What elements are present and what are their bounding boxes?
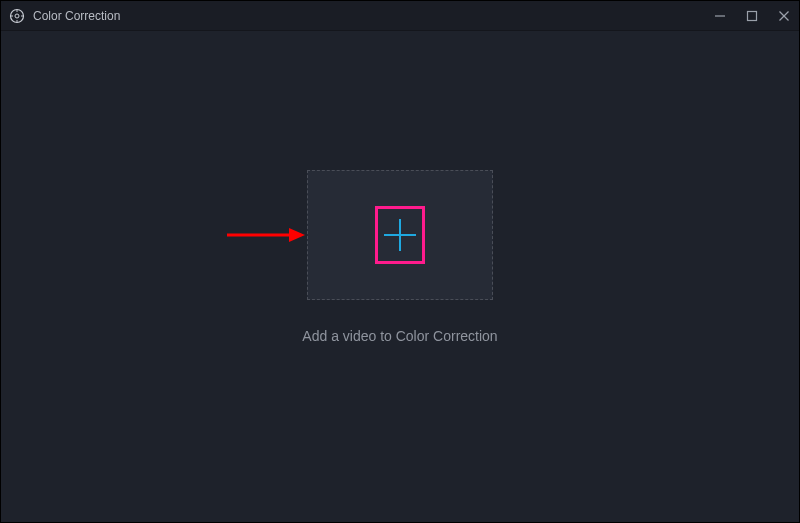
- arrow-annotation-icon: [225, 225, 305, 245]
- plus-icon: [380, 215, 420, 255]
- dropzone-caption: Add a video to Color Correction: [302, 328, 497, 344]
- window-controls: [713, 9, 791, 23]
- main-content: Add a video to Color Correction: [1, 31, 799, 522]
- maximize-button[interactable]: [745, 9, 759, 23]
- svg-point-1: [15, 14, 19, 18]
- svg-marker-7: [289, 228, 305, 242]
- close-button[interactable]: [777, 9, 791, 23]
- titlebar: Color Correction: [1, 1, 799, 31]
- svg-rect-3: [748, 11, 757, 20]
- app-icon: [9, 8, 25, 24]
- dropzone-wrapper: [307, 170, 493, 300]
- add-video-dropzone[interactable]: [307, 170, 493, 300]
- minimize-button[interactable]: [713, 9, 727, 23]
- window-title: Color Correction: [33, 9, 713, 23]
